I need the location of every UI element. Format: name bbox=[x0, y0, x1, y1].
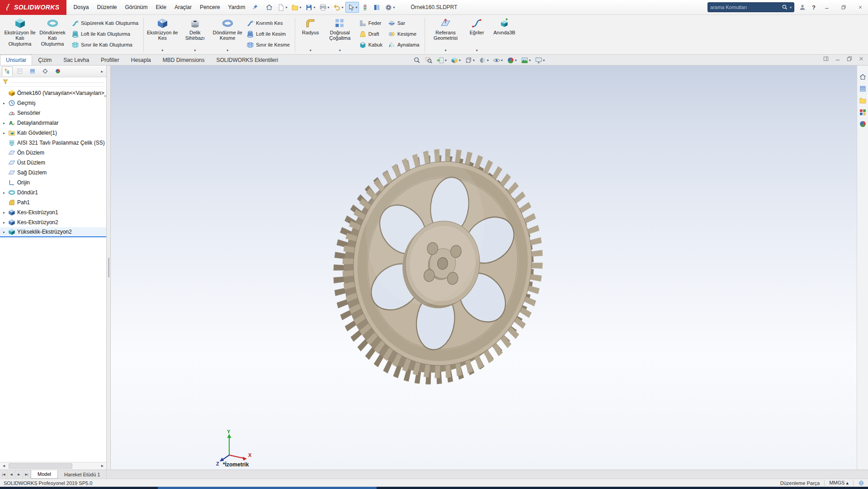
tree-item-orijin[interactable]: Orijin bbox=[0, 178, 106, 188]
hole-wizard-dropdown-icon[interactable]: ▾ bbox=[194, 48, 196, 53]
rebuild-button[interactable] bbox=[359, 2, 371, 13]
intersect-button[interactable]: Kesişme bbox=[387, 29, 421, 38]
select-button[interactable]: ▾ bbox=[345, 2, 359, 13]
menu-duzenle[interactable]: Düzenle bbox=[93, 2, 121, 13]
instant3d-button[interactable]: Anında3B bbox=[490, 16, 519, 53]
hide-show-items-button[interactable]: ▾ bbox=[492, 56, 504, 65]
pin-menu-icon[interactable] bbox=[250, 2, 260, 12]
scroll-track[interactable] bbox=[8, 462, 99, 470]
print-button[interactable]: ▾ bbox=[317, 2, 331, 13]
reference-geometry-dropdown-icon[interactable]: ▾ bbox=[445, 48, 447, 53]
restore-button[interactable] bbox=[837, 1, 850, 13]
edit-appearance-button[interactable]: ▾ bbox=[506, 56, 518, 65]
file-explorer-icon[interactable] bbox=[859, 96, 867, 105]
property-manager-tab[interactable] bbox=[14, 66, 25, 76]
splitter-grip[interactable] bbox=[108, 258, 109, 277]
revolved-cut-dropdown-icon[interactable]: ▾ bbox=[226, 48, 228, 53]
revolved-cut-button[interactable]: Döndürme ile Kesme ▾ bbox=[212, 16, 243, 53]
split-panes-icon[interactable] bbox=[823, 56, 829, 62]
scroll-thumb[interactable] bbox=[9, 463, 72, 469]
new-document-button[interactable]: ▾ bbox=[275, 2, 289, 13]
doc-close-icon[interactable] bbox=[858, 56, 864, 62]
tree-root-part[interactable]: Örnek160 (Varsayılan<<Varsayılan>_G bbox=[0, 88, 106, 98]
home-button[interactable] bbox=[264, 2, 275, 13]
tree-item-ust-duzlem[interactable]: Üst Düzlem bbox=[0, 158, 106, 168]
tree-item-material[interactable]: AISI 321 Tavlı Paslanmaz Çelik (SS) bbox=[0, 138, 106, 148]
extruded-boss-button[interactable]: Ekstrüzyon İle Katı Oluşturma bbox=[4, 16, 36, 53]
shell-button[interactable]: Kabuk bbox=[358, 40, 384, 49]
model-tab[interactable]: Model bbox=[31, 470, 58, 479]
extruded-cut-button[interactable]: Ekstrüzyon ile Kes ▾ bbox=[146, 16, 178, 53]
last-tab-button[interactable]: ▶| bbox=[23, 470, 31, 479]
tree-horizontal-scrollbar[interactable]: ◀ ▶ bbox=[0, 462, 106, 470]
command-search[interactable]: ▾ bbox=[708, 2, 794, 12]
menu-yardim[interactable]: Yardım bbox=[224, 2, 250, 13]
doc-restore-icon[interactable] bbox=[846, 56, 853, 62]
tree-item-detaylandirmalar[interactable]: ▸ Detaylandırmalar bbox=[0, 118, 106, 128]
expand-icon[interactable]: ▸ bbox=[2, 131, 6, 135]
section-view-button[interactable]: ▾ bbox=[450, 56, 462, 65]
tree-item-kes-ekstruzyon2[interactable]: ▸ Kes-Ekstrüzyon2 bbox=[0, 217, 106, 227]
expand-icon[interactable]: ▸ bbox=[2, 101, 6, 105]
tab-eklentileri[interactable]: SOLIDWORKS Eklentileri bbox=[211, 55, 284, 65]
filter-input[interactable] bbox=[11, 81, 104, 83]
linear-pattern-dropdown-icon[interactable]: ▾ bbox=[339, 48, 341, 53]
expand-icon[interactable]: ▸ bbox=[2, 121, 6, 125]
view-palette-icon[interactable] bbox=[859, 108, 867, 117]
expand-icon[interactable]: ▸ bbox=[2, 191, 6, 195]
boundary-boss-button[interactable]: Sınır ile Katı Oluşturma bbox=[70, 40, 140, 49]
tab-profiller[interactable]: Profiller bbox=[95, 55, 125, 65]
tree-item-yukseklik-ekstruzyon2[interactable]: ▸ Yükseklik-Ekstrüzyon2 bbox=[0, 227, 106, 237]
extruded-cut-dropdown-icon[interactable]: ▾ bbox=[161, 48, 163, 53]
status-globe-icon[interactable] bbox=[858, 480, 864, 486]
tab-sac-levha[interactable]: Sac Levha bbox=[57, 55, 95, 65]
filter-icon[interactable] bbox=[2, 79, 9, 85]
doc-minimize-icon[interactable] bbox=[835, 56, 841, 62]
tree-item-on-duzlem[interactable]: Ön Düzlem bbox=[0, 148, 106, 158]
fillet-button[interactable]: Radyus ▾ bbox=[298, 16, 323, 53]
first-tab-button[interactable]: |◀ bbox=[0, 470, 8, 479]
feature-manager-tab[interactable] bbox=[2, 66, 13, 76]
expand-icon[interactable]: ▸ bbox=[2, 230, 6, 234]
scroll-right-icon[interactable]: ▶ bbox=[99, 462, 106, 470]
next-tab-button[interactable]: ▶ bbox=[15, 470, 23, 479]
undo-button[interactable]: ▾ bbox=[331, 2, 345, 13]
tree-item-sag-duzlem[interactable]: Sağ Düzlem bbox=[0, 168, 106, 178]
display-manager-tab[interactable] bbox=[52, 66, 63, 76]
tree-item-gecmis[interactable]: ▸ Geçmiş bbox=[0, 98, 106, 108]
tab-hesapla[interactable]: Hesapla bbox=[125, 55, 157, 65]
minimize-button[interactable] bbox=[820, 1, 834, 13]
configuration-manager-tab[interactable] bbox=[27, 66, 38, 76]
expand-icon[interactable]: ▸ bbox=[2, 221, 6, 225]
curves-button[interactable]: Eğriler ▾ bbox=[465, 16, 489, 53]
search-dropdown-icon[interactable]: ▾ bbox=[790, 5, 792, 9]
menu-pencere[interactable]: Pencere bbox=[196, 2, 224, 13]
user-account-icon[interactable] bbox=[797, 2, 807, 12]
hole-wizard-button[interactable]: Delik Sihirbazı ▾ bbox=[179, 16, 211, 53]
swept-cut-button[interactable]: Kıvrımlı Kes bbox=[245, 19, 291, 28]
tree-item-pah1[interactable]: Pah1 bbox=[0, 197, 106, 207]
tree-item-dondur1[interactable]: ▸ Döndür1 bbox=[0, 188, 106, 197]
reference-geometry-button[interactable]: Referans Geometrisi ▾ bbox=[428, 16, 464, 53]
menu-dosya[interactable]: Dosya bbox=[69, 2, 93, 13]
lofted-boss-button[interactable]: Loft ile Katı Oluşturma bbox=[70, 29, 140, 38]
draft-button[interactable]: Draft bbox=[358, 29, 384, 38]
tab-cizim[interactable]: Çizim bbox=[32, 55, 57, 65]
apply-scene-button[interactable]: ▾ bbox=[520, 56, 532, 65]
lofted-cut-button[interactable]: Loft ile Kesim bbox=[245, 29, 291, 38]
prev-tab-button[interactable]: ◀ bbox=[8, 470, 15, 479]
tree-item-sensorler[interactable]: Sensörler bbox=[0, 108, 106, 118]
motion-study-tab[interactable]: Hareket Etüdü 1 bbox=[58, 470, 107, 479]
display-style-button[interactable]: ▾ bbox=[478, 56, 490, 65]
appearances-icon[interactable] bbox=[859, 120, 867, 128]
tree-item-kes-ekstruzyon1[interactable]: ▸ Kes-Ekstrüzyon1 bbox=[0, 207, 106, 217]
mirror-button[interactable]: Aynalama bbox=[387, 40, 421, 49]
boundary-cut-button[interactable]: Sınır ile Kesme bbox=[245, 40, 291, 49]
view-orientation-button[interactable]: ▾ bbox=[464, 56, 476, 65]
search-icon[interactable] bbox=[782, 4, 788, 10]
panel-overflow-icon[interactable]: ▸ bbox=[99, 69, 104, 74]
graphics-area[interactable]: Y X Z *İzometrik bbox=[111, 66, 868, 470]
revolved-boss-button[interactable]: Döndürerek Katı Oluşturma bbox=[37, 16, 68, 53]
zoom-to-area-button[interactable] bbox=[424, 56, 434, 65]
open-button[interactable]: ▾ bbox=[289, 2, 303, 13]
